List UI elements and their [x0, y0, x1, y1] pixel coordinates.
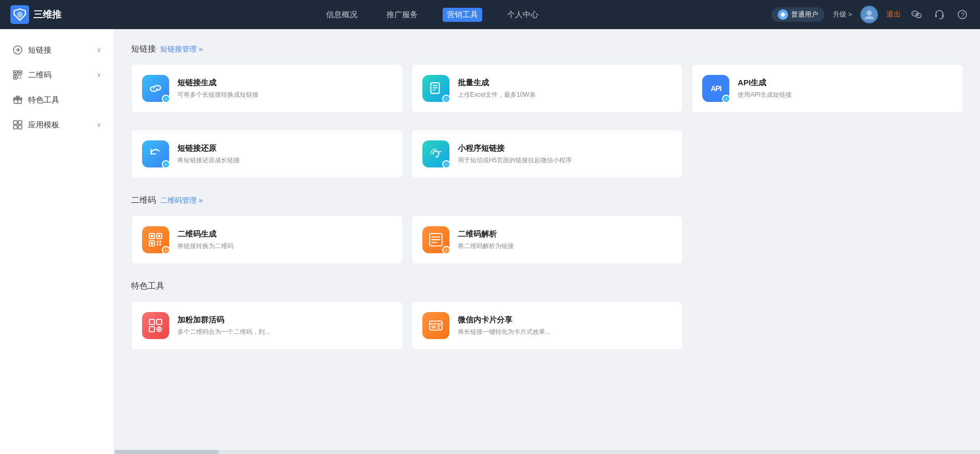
svg-point-8: [919, 15, 920, 16]
logo-text: 三维推: [33, 8, 61, 21]
svg-point-4: [913, 13, 914, 14]
sidebar-item-short-link[interactable]: 短链接 ∨: [0, 37, 114, 62]
svg-rect-38: [160, 241, 161, 242]
tool-card-short-gen[interactable]: + 短链接生成 可将多个长链接转换成短链接: [131, 64, 403, 113]
svg-rect-44: [149, 327, 154, 332]
batch-gen-info: 批量生成 上传Excel文件，最多10W条: [458, 78, 673, 99]
qr-gen-desc: 将链接转换为二维码: [177, 241, 392, 251]
short-link-manage-link[interactable]: 短链接管理 »: [160, 45, 203, 54]
tool-card-fan-code[interactable]: 加粉加群活码 多个二维码合为一个二维码，到...: [131, 301, 403, 350]
wechat-card-info: 微信内卡片分享 将长链接一键转化为卡片式效果...: [458, 315, 673, 336]
sidebar-label-qrcode: 二维码: [28, 70, 51, 80]
user-type-label: 普通用户: [791, 10, 818, 19]
tool-card-api-gen[interactable]: API + API生成 使用API生成短链接: [691, 64, 963, 113]
nav-item-promote[interactable]: 推广服务: [382, 8, 422, 22]
nav-item-info[interactable]: 信息概况: [322, 8, 362, 22]
user-badge-icon: [778, 9, 788, 20]
svg-rect-21: [20, 75, 21, 76]
template-icon: [12, 120, 23, 130]
fan-code-info: 加粉加群活码 多个二维码合为一个二维码，到...: [177, 315, 392, 336]
qr-parse-badge: +: [442, 246, 450, 254]
short-restore-name: 短链接还原: [177, 144, 392, 153]
svg-rect-19: [15, 76, 16, 78]
logout-button[interactable]: 退出: [886, 10, 901, 19]
api-gen-icon: API +: [702, 75, 729, 102]
svg-rect-42: [149, 319, 154, 325]
wechat-icon-btn[interactable]: [909, 7, 924, 22]
sidebar-item-special-tools[interactable]: 特色工具: [0, 87, 114, 112]
svg-rect-32: [151, 235, 153, 237]
batch-gen-desc: 上传Excel文件，最多10W条: [458, 90, 673, 99]
qr-gen-icon: +: [142, 226, 169, 253]
chevron-down-icon: ∨: [97, 46, 101, 54]
svg-rect-40: [160, 244, 161, 245]
short-restore-info: 短链接还原 将短链接还原成长链接: [177, 144, 392, 165]
svg-text:?: ?: [961, 11, 965, 19]
short-restore-icon: +: [142, 140, 169, 167]
svg-rect-9: [935, 15, 937, 17]
bottom-scrollbar[interactable]: [114, 450, 980, 454]
tool-card-batch-gen[interactable]: + 批量生成 上传Excel文件，最多10W条: [411, 64, 684, 113]
svg-rect-37: [157, 241, 158, 242]
sidebar-label-short-link: 短链接: [28, 45, 51, 55]
short-gen-icon: +: [142, 75, 169, 102]
chevron-down-icon-qr: ∨: [97, 71, 101, 79]
special-section-title: 特色工具: [131, 281, 164, 292]
short-link-section-title: 短链接: [131, 44, 156, 55]
qrcode-manage-link[interactable]: 二维码管理 »: [160, 196, 203, 205]
short-gen-name: 短链接生成: [177, 78, 392, 88]
layout: 短链接 ∨ 二维码 ∨: [0, 29, 980, 454]
sidebar-label-special-tools: 特色工具: [28, 95, 59, 105]
svg-rect-29: [18, 125, 22, 129]
nav-item-marketing[interactable]: 营销工具: [443, 8, 482, 22]
tool-card-mini-link[interactable]: + 小程序短链接 用于短信或H5页面的链接拉起微信小程序: [411, 129, 684, 178]
svg-point-5: [915, 13, 917, 14]
qr-gen-name: 二维码生成: [177, 229, 392, 239]
batch-gen-icon: +: [422, 75, 449, 102]
avatar[interactable]: [860, 6, 878, 23]
header: 三维推 信息概况 推广服务 营销工具 个人中心 普通用户 升级 > 退出: [0, 0, 980, 29]
mini-link-name: 小程序短链接: [458, 144, 673, 153]
short-gen-badge: +: [162, 95, 170, 103]
svg-rect-15: [15, 72, 16, 73]
short-link-cards-row2: + 短链接还原 将短链接还原成长链接 + 小程: [131, 129, 963, 178]
fan-code-icon: [142, 312, 169, 339]
tool-card-short-restore[interactable]: + 短链接还原 将短链接还原成长链接: [131, 129, 403, 178]
qrcode-section-header: 二维码 二维码管理 »: [131, 195, 963, 206]
fan-code-desc: 多个二维码合为一个二维码，到...: [177, 327, 392, 336]
sidebar-item-app-template[interactable]: 应用模板 ∨: [0, 112, 114, 137]
svg-rect-36: [151, 242, 153, 244]
svg-rect-34: [158, 235, 160, 237]
short-restore-badge: +: [162, 160, 170, 168]
wechat-card-name: 微信内卡片分享: [458, 315, 673, 325]
svg-rect-26: [14, 121, 17, 124]
nav-item-profile[interactable]: 个人中心: [503, 8, 543, 22]
wechat-card-desc: 将长链接一键转化为卡片式效果...: [458, 327, 673, 336]
tool-card-qr-parse[interactable]: + 二维码解析 将二维码解析为链接: [411, 215, 684, 264]
svg-rect-22: [18, 77, 19, 79]
upgrade-button[interactable]: 升级 >: [833, 10, 852, 19]
qr-cards-grid: + 二维码生成 将链接转换为二维码 + 二维码: [131, 215, 963, 264]
help-icon-btn[interactable]: ?: [955, 7, 970, 22]
special-cards-grid: 加粉加群活码 多个二维码合为一个二维码，到... 微信内卡片分享 将长链接一: [131, 301, 963, 350]
api-gen-info: API生成 使用API生成短链接: [738, 78, 952, 99]
fan-code-name: 加粉加群活码: [177, 315, 392, 325]
tool-card-wechat-card[interactable]: 微信内卡片分享 将长链接一键转化为卡片式效果...: [411, 301, 684, 350]
help-icon: ?: [957, 9, 968, 20]
svg-rect-10: [942, 15, 944, 17]
svg-marker-1: [780, 12, 785, 17]
qr-gen-badge: +: [162, 246, 170, 254]
svg-rect-47: [431, 326, 436, 328]
headset-icon-btn[interactable]: [932, 7, 947, 22]
sidebar-item-qrcode[interactable]: 二维码 ∨: [0, 62, 114, 87]
header-right: 普通用户 升级 > 退出: [771, 6, 970, 23]
qrcode-section-title: 二维码: [131, 195, 156, 206]
mini-link-info: 小程序短链接 用于短信或H5页面的链接拉起微信小程序: [458, 144, 673, 165]
sidebar-label-app-template: 应用模板: [28, 120, 59, 130]
tool-card-qr-gen[interactable]: + 二维码生成 将链接转换为二维码: [131, 215, 403, 264]
scrollbar-thumb[interactable]: [114, 450, 218, 454]
mini-link-icon: +: [422, 140, 449, 167]
svg-rect-27: [18, 121, 22, 124]
short-gen-info: 短链接生成 可将多个长链接转换成短链接: [177, 78, 392, 99]
sidebar: 短链接 ∨ 二维码 ∨: [0, 29, 114, 454]
